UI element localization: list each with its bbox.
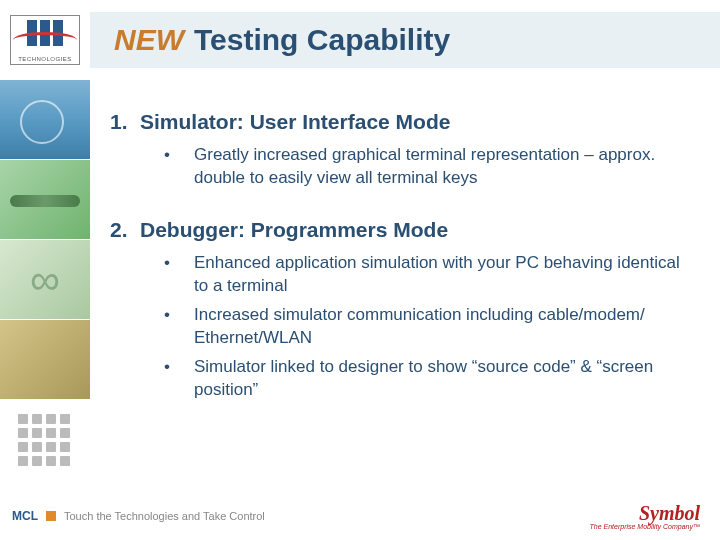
bullet-icon: • xyxy=(158,144,194,190)
title-text: Testing Capability xyxy=(194,23,450,57)
section-1-bullets: • Greatly increased graphical terminal r… xyxy=(158,144,680,190)
list-item: • Enhanced application simulation with y… xyxy=(158,252,680,298)
section-2-heading: 2.Debugger: Programmers Mode xyxy=(110,218,680,242)
partner-logo: Symbol The Enterprise Mobility Company™ xyxy=(590,503,701,530)
bullet-text: Greatly increased graphical terminal rep… xyxy=(194,144,680,190)
section-1-number: 1. xyxy=(110,110,140,134)
section-2-number: 2. xyxy=(110,218,140,242)
partner-name: Symbol xyxy=(590,503,701,523)
section-1-heading: 1.Simulator: User Interface Mode xyxy=(110,110,680,134)
bullet-icon: • xyxy=(158,252,194,298)
partner-tagline: The Enterprise Mobility Company™ xyxy=(590,523,701,530)
decorative-tile-dots xyxy=(0,400,90,480)
left-image-strip: TECHNOLOGIES xyxy=(0,0,90,480)
mcl-logo-tile: TECHNOLOGIES xyxy=(0,0,90,80)
section-2-bullets: • Enhanced application simulation with y… xyxy=(158,252,680,402)
decorative-tile-water xyxy=(0,80,90,160)
slide-footer: MCL Touch the Technologies and Take Cont… xyxy=(0,492,720,540)
footer-square-icon xyxy=(46,511,56,521)
bullet-text: Increased simulator communication includ… xyxy=(194,304,680,350)
footer-tagline: Touch the Technologies and Take Control xyxy=(64,510,265,522)
bullet-text: Simulator linked to designer to show “so… xyxy=(194,356,680,402)
footer-brand: MCL xyxy=(12,509,38,523)
title-new: NEW xyxy=(114,23,184,57)
bullet-icon: • xyxy=(158,304,194,350)
bullet-text: Enhanced application simulation with you… xyxy=(194,252,680,298)
footer-left: MCL Touch the Technologies and Take Cont… xyxy=(12,509,265,523)
section-2-title: Debugger: Programmers Mode xyxy=(140,218,448,241)
list-item: • Simulator linked to designer to show “… xyxy=(158,356,680,402)
decorative-tile-green xyxy=(0,160,90,240)
list-item: • Greatly increased graphical terminal r… xyxy=(158,144,680,190)
decorative-tile-earth xyxy=(0,320,90,400)
slide-content: 1.Simulator: User Interface Mode • Great… xyxy=(110,110,680,430)
decorative-tile-infinity xyxy=(0,240,90,320)
bullet-icon: • xyxy=(158,356,194,402)
section-1-title: Simulator: User Interface Mode xyxy=(140,110,450,133)
mcl-logo-icon: TECHNOLOGIES xyxy=(10,15,80,65)
slide-title-bar: NEW Testing Capability xyxy=(90,12,720,68)
list-item: • Increased simulator communication incl… xyxy=(158,304,680,350)
